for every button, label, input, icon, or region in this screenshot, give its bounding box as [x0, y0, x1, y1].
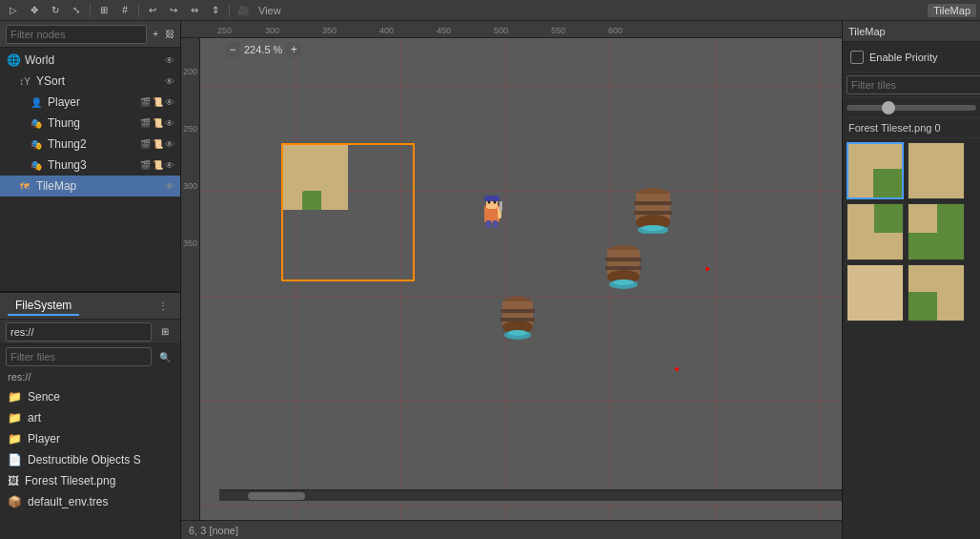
fs-item-foresttileset[interactable]: 🖼 Forest Tileset.png [0, 470, 180, 491]
bottom-panel-header: FileSystem ⋮ [0, 293, 180, 320]
sprite-character [477, 196, 507, 230]
fs-item-sence[interactable]: 📁 Sence [0, 386, 180, 407]
tile-sand-grass-tr[interactable] [847, 203, 904, 260]
tile-slider-row [843, 97, 980, 118]
fs-item-art[interactable]: 📁 art [0, 407, 180, 428]
enable-priority-checkbox[interactable] [850, 51, 864, 64]
panel-more-btn[interactable]: ⋮ [153, 298, 173, 315]
thung-film-icon: 🎬 [140, 118, 151, 128]
fs-item-defaultenv[interactable]: 📦 default_env.tres [0, 491, 180, 512]
canvas-area[interactable]: − 224.5 % + [200, 38, 842, 520]
tree-item-world[interactable]: 🌐 World 👁 [0, 50, 180, 71]
viewport-content[interactable]: 200 250 300 350 − 224.5 % + [181, 38, 842, 539]
tile-sand-light[interactable] [847, 264, 904, 321]
fs-label-sence: Sence [28, 390, 60, 404]
world-eye-icon[interactable]: 👁 [165, 55, 174, 66]
barrel-2-svg [605, 243, 642, 289]
tree-item-tilemap[interactable]: 🗺 TileMap 👁 [0, 176, 180, 197]
separator-3 [229, 4, 230, 17]
tilemap-eye-icon[interactable]: 👁 [165, 181, 174, 192]
camera-btn[interactable]: 🎥 [234, 2, 253, 19]
fs-search-btn[interactable]: 🔍 [155, 348, 174, 365]
scrollbar-thumb[interactable] [248, 492, 305, 500]
tileset-row-2 [847, 203, 976, 260]
ruler-mark-400: 400 [379, 26, 394, 35]
grid-btn[interactable]: # [115, 2, 134, 19]
scale-tool-btn[interactable]: ⤡ [67, 2, 86, 19]
folder-art-icon: 📁 [8, 411, 22, 425]
thung2-eye-icon[interactable]: 👁 [165, 139, 174, 150]
move-tool-btn[interactable]: ✥ [25, 2, 44, 19]
tile-sand-light2[interactable] [908, 264, 965, 321]
select-tool-btn[interactable]: ▷ [4, 2, 23, 19]
ruler-mark-v-350: 350 [183, 238, 197, 248]
svg-point-4 [494, 201, 497, 204]
fs-item-destructible[interactable]: 📄 Destructible Objects S [0, 449, 180, 470]
tile-sand-grass-br[interactable] [847, 142, 904, 199]
thung2-script-icon: 📜 [153, 139, 163, 149]
tileset-grid[interactable] [843, 138, 980, 539]
ruler-mark-v-250: 250 [183, 124, 197, 134]
tile-size-slider[interactable] [847, 105, 976, 111]
add-node-btn[interactable]: + [151, 26, 161, 43]
viewport-coords: 6, 3 [none] [189, 525, 238, 536]
filter-tiles-input[interactable] [847, 75, 980, 94]
svg-point-29 [508, 330, 527, 336]
ruler-mark-300: 300 [265, 26, 279, 35]
left-sidebar: + ⛓ 🌐 World 👁 ↕Y YSort 👁 👤 [0, 21, 181, 539]
zoom-out-btn[interactable]: − [225, 42, 240, 57]
thung2-film-icon: 🎬 [140, 139, 151, 149]
barrel-3 [500, 296, 535, 340]
zoom-in-btn[interactable]: + [286, 42, 301, 57]
filesystem-tab[interactable]: FileSystem [8, 297, 79, 316]
thung-script-icon: 📜 [153, 118, 163, 128]
snap-btn[interactable]: ⊞ [94, 2, 113, 19]
player-icon: 👤 [29, 94, 44, 110]
scene-tree: + ⛓ 🌐 World 👁 ↕Y YSort 👁 👤 [0, 21, 180, 291]
tree-item-thung[interactable]: 🎭 Thung 🎬 📜 👁 [0, 113, 180, 134]
thung2-icon: 🎭 [29, 136, 44, 152]
svg-rect-5 [486, 220, 491, 228]
barrel-3-svg [500, 296, 535, 340]
thung3-eye-icon[interactable]: 👁 [165, 160, 174, 171]
tile-grass-sand-tl[interactable] [908, 203, 965, 260]
fs-item-player[interactable]: 📁 Player [0, 428, 180, 449]
sand-tl-corner [909, 204, 937, 233]
tree-item-tilemap-label: TileMap [36, 179, 165, 193]
tile-sand[interactable] [908, 142, 965, 199]
undo-btn[interactable]: ↩ [143, 2, 162, 19]
tree-item-thung3[interactable]: 🎭 Thung3 🎬 📜 👁 [0, 155, 180, 176]
filter-files-input[interactable] [6, 347, 152, 366]
image-foresttileset-icon: 🖼 [8, 474, 19, 487]
fs-layout-btn[interactable]: ⊞ [155, 323, 174, 341]
tree-item-ysort[interactable]: ↕Y YSort 👁 [0, 71, 180, 92]
tree-item-thung2[interactable]: 🎭 Thung2 🎬 📜 👁 [0, 134, 180, 155]
bottom-panel: FileSystem ⋮ ⊞ 🔍 res:// 📁 Sence 📁 art [0, 291, 180, 539]
ysort-eye-icon[interactable]: 👁 [165, 76, 174, 87]
horizontal-scrollbar[interactable] [219, 489, 842, 501]
flip-v-btn[interactable]: ⇕ [206, 2, 225, 19]
grid-overlay [200, 38, 842, 520]
flip-h-btn[interactable]: ⇔ [185, 2, 204, 19]
ruler-mark-250: 250 [217, 26, 232, 35]
ruler-mark-600: 600 [608, 26, 623, 35]
ruler-mark-350: 350 [322, 26, 337, 35]
tree-item-player[interactable]: 👤 Player 🎬 📜 👁 [0, 92, 180, 113]
folder-player-icon: 📁 [8, 432, 22, 446]
instance-node-btn[interactable]: ⛓ [165, 26, 175, 43]
svg-rect-8 [500, 201, 502, 211]
rotate-tool-btn[interactable]: ↻ [46, 2, 65, 19]
tree-item-thung2-label: Thung2 [48, 137, 140, 151]
tree-item-thung-label: Thung [48, 116, 140, 130]
fs-path-input[interactable] [6, 322, 152, 342]
viewport[interactable]: 250 300 350 400 450 500 550 600 200 250 … [181, 21, 842, 539]
thung-eye-icon[interactable]: 👁 [165, 118, 174, 129]
redo-btn[interactable]: ↪ [164, 2, 183, 19]
tree-item-player-label: Player [48, 95, 140, 109]
svg-point-15 [642, 225, 664, 231]
player-script-icon: 📜 [153, 97, 163, 107]
player-eye-icon[interactable]: 👁 [165, 97, 174, 108]
filter-nodes-input[interactable] [6, 25, 147, 44]
ruler-mark-550: 550 [551, 26, 565, 35]
ysort-icon: ↕Y [17, 73, 32, 89]
